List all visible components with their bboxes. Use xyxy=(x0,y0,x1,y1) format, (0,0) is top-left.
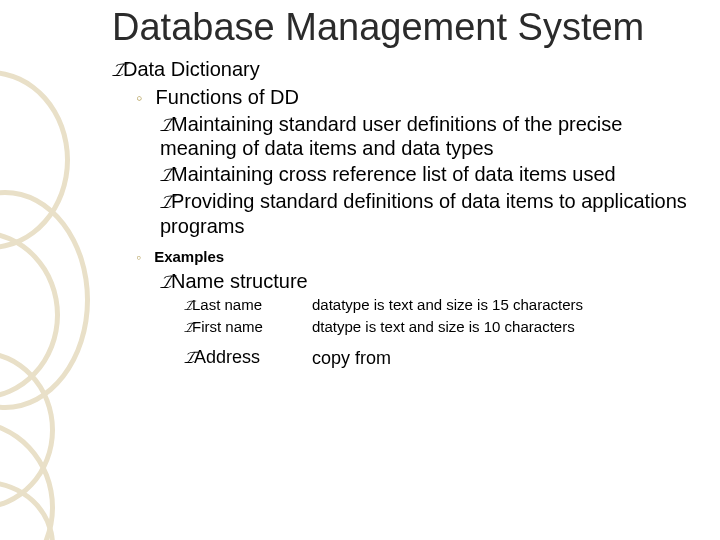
value: copy from xyxy=(312,347,702,369)
label: First name xyxy=(192,318,263,335)
swirl-icon: 𝓘 xyxy=(160,114,170,137)
text: Data Dictionary xyxy=(123,58,260,80)
swirl-icon: 𝓘 xyxy=(112,58,122,83)
text: Maintaining cross reference list of data… xyxy=(171,163,616,185)
swirl-icon: 𝓘 xyxy=(184,297,191,315)
row-last-name: 𝓘Last name datatype is text and size is … xyxy=(112,295,702,315)
swirl-icon: 𝓘 xyxy=(184,319,191,337)
open-bullet-icon: ◦ xyxy=(136,87,150,110)
swirl-icon: 𝓘 xyxy=(160,271,170,293)
text: Maintaining standard user definitions of… xyxy=(160,113,622,160)
value: datatype is text and size is 15 characte… xyxy=(312,295,702,315)
bullet-name-structure: 𝓘Name structure xyxy=(112,270,702,293)
bullet-functions-of-dd: ◦ Functions of DD xyxy=(112,85,702,110)
swirl-icon: 𝓘 xyxy=(160,164,170,187)
swirl-icon: 𝓘 xyxy=(184,348,193,368)
text: Providing standard definitions of data i… xyxy=(160,190,687,237)
decorative-ovals xyxy=(0,0,90,540)
slide-title: Database Management System xyxy=(112,8,702,48)
slide-content: Database Management System 𝓘Data Diction… xyxy=(112,8,702,540)
label: Address xyxy=(194,347,260,367)
bullet-examples: ◦ Examples xyxy=(112,248,702,266)
text: Functions of DD xyxy=(156,86,299,108)
row-address: 𝓘Address copy from xyxy=(112,347,702,369)
text: Name structure xyxy=(171,270,308,292)
bullet-fn-2: 𝓘Maintaining cross reference list of dat… xyxy=(112,162,702,187)
bullet-data-dictionary: 𝓘Data Dictionary xyxy=(112,56,702,83)
row-first-name: 𝓘First name dtatype is text and size is … xyxy=(112,317,702,337)
text: Examples xyxy=(154,248,224,265)
open-bullet-icon: ◦ xyxy=(136,250,150,266)
bullet-fn-1: 𝓘Maintaining standard user definitions o… xyxy=(112,112,702,161)
value: dtatype is text and size is 10 character… xyxy=(312,317,702,337)
slide: Database Management System 𝓘Data Diction… xyxy=(0,0,720,540)
bullet-fn-3: 𝓘Providing standard definitions of data … xyxy=(112,189,702,238)
examples-section: ◦ Examples 𝓘Name structure 𝓘Last name da… xyxy=(112,248,702,369)
label: Last name xyxy=(192,296,262,313)
slide-body: 𝓘Data Dictionary ◦ Functions of DD 𝓘Main… xyxy=(112,56,702,369)
swirl-icon: 𝓘 xyxy=(160,191,170,214)
